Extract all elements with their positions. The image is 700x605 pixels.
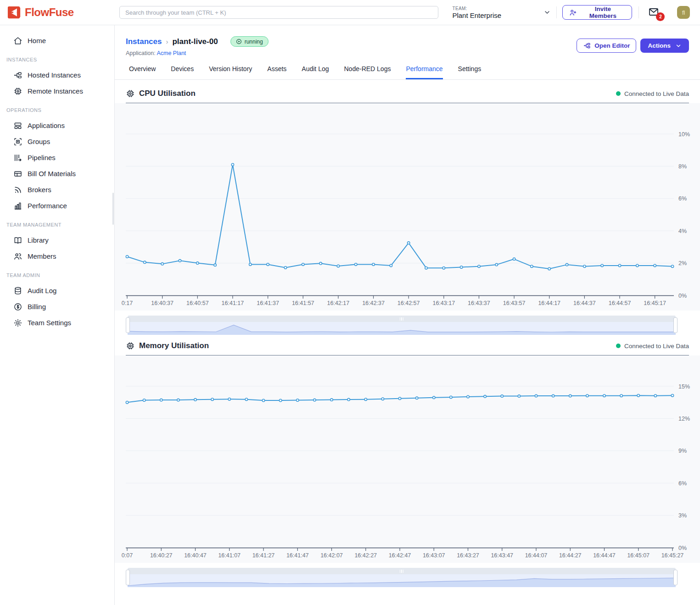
sidebar-item-label: Hosted Instances	[28, 71, 81, 79]
svg-text:16:44:07: 16:44:07	[525, 552, 548, 559]
chevron-down-icon	[543, 9, 551, 16]
svg-text:16:45:27: 16:45:27	[661, 552, 684, 559]
memory-brush-minimap[interactable]	[128, 574, 676, 587]
tab-version-history[interactable]: Version History	[209, 65, 252, 79]
avatar[interactable]: fl	[677, 6, 690, 19]
cpu-brush-grip[interactable]	[128, 316, 676, 322]
hosted-instances-icon	[13, 71, 22, 80]
sidebar-item-team-settings[interactable]: Team Settings	[0, 315, 114, 331]
library-icon	[13, 236, 22, 245]
cpu-section-title: CPU Utilisation	[126, 89, 196, 98]
open-editor-button[interactable]: Open Editor	[577, 39, 636, 53]
svg-text:16:42:47: 16:42:47	[389, 552, 411, 559]
sidebar-item-label: Bill Of Materials	[28, 170, 76, 178]
memory-live-status: Connected to Live Data	[616, 343, 689, 350]
svg-text:16:45:17: 16:45:17	[644, 300, 666, 306]
groups-icon	[13, 137, 22, 146]
search-input[interactable]	[119, 6, 438, 19]
team-settings-icon	[13, 318, 22, 327]
svg-text:16:42:07: 16:42:07	[320, 552, 343, 559]
sidebar-item-library[interactable]: Library	[0, 232, 114, 248]
sidebar-item-label: Groups	[28, 138, 50, 145]
sidebar-item-billing[interactable]: Billing	[0, 299, 114, 315]
audit-log-icon	[13, 286, 22, 295]
logo-text: FlowFuse	[25, 6, 74, 19]
remote-instances-icon	[13, 87, 22, 96]
svg-text:3%: 3%	[678, 512, 687, 519]
sidebar-item-remote-instances[interactable]: Remote Instances	[0, 83, 114, 99]
application-link[interactable]: Acme Plant	[157, 50, 186, 56]
svg-text:16:43:47: 16:43:47	[491, 552, 513, 559]
notifications-button[interactable]: 2	[647, 6, 661, 18]
cpu-brush-minimap[interactable]	[128, 322, 676, 335]
svg-text:10%: 10%	[678, 131, 690, 138]
sidebar: HomeINSTANCESHosted InstancesRemote Inst…	[0, 25, 115, 605]
sidebar-item-groups[interactable]: Groups	[0, 133, 114, 150]
members-icon	[13, 252, 22, 261]
svg-text:16:44:57: 16:44:57	[609, 300, 631, 306]
tab-performance[interactable]: Performance	[406, 65, 442, 79]
flowfuse-logo[interactable]: FlowFuse	[0, 6, 115, 19]
sidebar-item-hosted-instances[interactable]: Hosted Instances	[0, 67, 114, 83]
sidebar-item-home[interactable]: Home	[0, 33, 114, 49]
svg-text:6%: 6%	[678, 195, 687, 202]
instance-tabs: OverviewDevicesVersion HistoryAssetsAudi…	[115, 65, 700, 80]
user-plus-icon	[569, 9, 577, 17]
svg-text:16:44:47: 16:44:47	[593, 552, 616, 559]
sidebar-item-performance[interactable]: Performance	[0, 198, 114, 214]
svg-text:16:41:37: 16:41:37	[257, 300, 279, 306]
breadcrumb-instances-link[interactable]: Instances	[126, 37, 162, 46]
memory-brush-grip[interactable]	[128, 568, 676, 574]
memory-brush-handle-left[interactable]	[126, 570, 130, 585]
tab-audit-log[interactable]: Audit Log	[302, 65, 329, 79]
svg-text:16:43:37: 16:43:37	[468, 300, 490, 306]
page-title: plant-live-00	[172, 37, 218, 46]
sidebar-item-label: Remote Instances	[28, 87, 83, 95]
svg-text:9%: 9%	[678, 448, 687, 454]
cpu-utilisation-chart[interactable]: 0%2%4%6%8%10%0:1716:40:3716:40:5716:41:1…	[115, 103, 700, 311]
sidebar-item-label: Members	[28, 252, 56, 260]
tab-node-red-logs[interactable]: Node-RED Logs	[344, 65, 391, 79]
play-circle-icon	[236, 39, 242, 44]
team-selector[interactable]: TEAM: Plant Enterprise	[452, 6, 551, 19]
sidebar-item-label: Audit Log	[28, 287, 56, 294]
cpu-brush-handle-left[interactable]	[126, 317, 130, 333]
svg-text:16:42:17: 16:42:17	[327, 300, 350, 306]
svg-text:16:44:27: 16:44:27	[559, 552, 582, 559]
svg-text:16:40:57: 16:40:57	[186, 300, 209, 306]
cpu-brush-handle-right[interactable]	[673, 317, 678, 333]
sidebar-item-pipelines[interactable]: Pipelines	[0, 150, 114, 166]
tab-overview[interactable]: Overview	[129, 65, 156, 79]
tab-assets[interactable]: Assets	[267, 65, 286, 79]
flowfuse-logo-icon	[7, 6, 21, 19]
sidebar-item-brokers[interactable]: Brokers	[0, 182, 114, 198]
sidebar-section-team-admin: TEAM ADMIN	[0, 264, 114, 283]
bill-of-materials-icon	[13, 169, 22, 178]
memory-brush-handle-right[interactable]	[673, 570, 678, 585]
tab-settings[interactable]: Settings	[458, 65, 482, 79]
memory-section-header: Memory Utilisation Connected to Live Dat…	[126, 341, 689, 355]
memory-utilisation-chart[interactable]: 0%3%6%9%12%15%0:0716:40:2716:40:4716:41:…	[115, 355, 700, 563]
sidebar-item-applications[interactable]: Applications	[0, 117, 114, 133]
brokers-icon	[13, 185, 22, 194]
tab-devices[interactable]: Devices	[171, 65, 194, 79]
header-divider	[556, 6, 557, 18]
actions-button[interactable]: Actions	[640, 39, 689, 53]
cpu-section: CPU Utilisation Connected to Live Data 0…	[115, 89, 700, 335]
sidebar-item-audit-log[interactable]: Audit Log	[0, 283, 114, 299]
team-label: TEAM:	[452, 6, 501, 11]
invite-members-button[interactable]: Invite Members	[562, 5, 632, 20]
sidebar-item-bill-of-materials[interactable]: Bill Of Materials	[0, 166, 114, 182]
sidebar-section-operations: OPERATIONS	[0, 99, 114, 117]
svg-text:6%: 6%	[678, 480, 687, 487]
team-name: Plant Enterprise	[452, 11, 501, 19]
sidebar-nav: HomeINSTANCESHosted InstancesRemote Inst…	[0, 33, 114, 331]
svg-text:16:43:57: 16:43:57	[503, 300, 526, 306]
svg-text:16:41:27: 16:41:27	[252, 552, 275, 559]
svg-text:16:43:17: 16:43:17	[432, 300, 455, 306]
sidebar-item-members[interactable]: Members	[0, 248, 114, 264]
memory-chart-brush	[128, 568, 676, 587]
memory-section: Memory Utilisation Connected to Live Dat…	[115, 341, 700, 587]
svg-text:0:07: 0:07	[122, 552, 133, 559]
sidebar-scrollbar[interactable]	[112, 193, 114, 225]
